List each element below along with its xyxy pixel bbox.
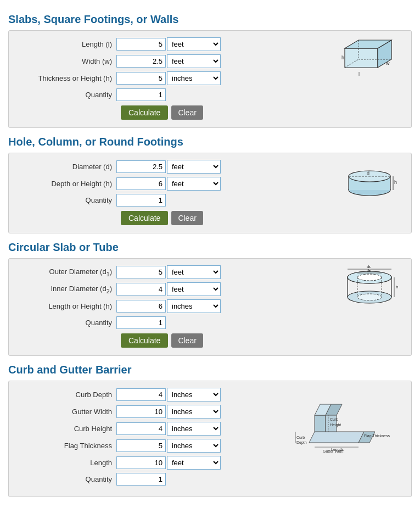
slabs-length-label: Length (l) — [18, 40, 116, 48]
hole-clear-button[interactable]: Clear — [171, 211, 203, 225]
curb-depth-input[interactable] — [116, 388, 166, 401]
circular-height-unit[interactable]: feetinchesyardscentimetersmeters — [167, 299, 221, 313]
hole-diameter-row: Diameter (d) feetinchesyardscentimetersm… — [18, 160, 331, 174]
svg-text:h: h — [341, 55, 344, 60]
svg-point-23 — [357, 274, 382, 281]
slabs-thickness-label: Thickness or Height (h) — [18, 74, 116, 82]
slabs-length-input[interactable] — [116, 38, 166, 51]
curb-depth-unit[interactable]: feetinchesyardscentimetersmeters — [167, 388, 221, 402]
curb-quantity-row: Quantity — [18, 473, 287, 486]
slabs-calculate-button[interactable]: Calculate — [121, 105, 168, 120]
slabs-quantity-row: Quantity — [18, 88, 331, 101]
slabs-quantity-label: Quantity — [18, 91, 116, 99]
curb-height-row: Curb Height feetinchesyardscentimetersme… — [18, 422, 287, 436]
circular-height-label: Length or Height (h) — [18, 302, 116, 310]
circular-diagram: d₂ d₁ h — [337, 265, 402, 315]
svg-text:Curb: Curb — [296, 436, 305, 439]
slabs-width-unit[interactable]: feetinchesyardscentimetersmeters — [167, 54, 221, 68]
circular-inner-row: Inner Diameter (d2) feetinchesyardscenti… — [18, 282, 331, 296]
circular-quantity-input[interactable] — [116, 316, 166, 329]
curb-height-unit[interactable]: feetinchesyardscentimetersmeters — [167, 422, 221, 436]
curb-depth-label: Curb Depth — [18, 391, 116, 399]
curb-depth-row: Curb Depth feetinchesyardscentimetersmet… — [18, 388, 287, 402]
hole-diameter-input[interactable] — [116, 160, 166, 173]
curb-title: Curb and Gutter Barrier — [8, 364, 412, 376]
hole-depth-row: Depth or Height (h) feetinchesyardscenti… — [18, 177, 331, 191]
circular-outer-unit[interactable]: feetinchesyardscentimetersmeters — [167, 265, 221, 279]
circular-inner-input[interactable] — [116, 283, 166, 295]
slabs-thickness-input[interactable] — [116, 72, 166, 85]
circular-calculate-button[interactable]: Calculate — [121, 333, 168, 348]
svg-text:l: l — [359, 71, 360, 77]
circular-form: Outer Diameter (d1) feetinchesyardscenti… — [18, 265, 331, 348]
hole-diagram: d h — [337, 160, 402, 198]
page-wrapper: Slabs, Square Footings, or Walls Length … — [0, 0, 420, 503]
svg-text:w: w — [385, 60, 390, 66]
hole-quantity-row: Quantity — [18, 194, 331, 207]
curb-height-label: Curb Height — [18, 425, 116, 433]
circular-height-row: Length or Height (h) feetinchesyardscent… — [18, 299, 331, 313]
circular-inner-unit[interactable]: feetinchesyardscentimetersmeters — [167, 282, 221, 296]
curb-quantity-label: Quantity — [18, 475, 116, 483]
slabs-buttons: Calculate Clear — [18, 105, 331, 120]
circular-outer-row: Outer Diameter (d1) feetinchesyardscenti… — [18, 265, 331, 279]
hole-quantity-label: Quantity — [18, 196, 116, 204]
slabs-width-row: Width (w) feetinchesyardscentimetersmete… — [18, 54, 331, 68]
slabs-thickness-unit[interactable]: feetinchesyardscentimetersmeters — [167, 71, 221, 85]
circular-calculator: Outer Diameter (d1) feetinchesyardscenti… — [8, 258, 412, 356]
hole-diameter-label: Diameter (d) — [18, 163, 116, 171]
curb-length-row: Length feetinchesyardscentimetersmeters — [18, 456, 287, 470]
slabs-length-unit[interactable]: feetinchesyardscentimetersmeters — [167, 37, 221, 51]
curb-length-input[interactable] — [116, 456, 166, 469]
hole-calculator: Diameter (d) feetinchesyardscentimetersm… — [8, 153, 412, 233]
curb-flag-input[interactable] — [116, 439, 166, 452]
circular-inner-label: Inner Diameter (d2) — [18, 285, 116, 294]
curb-flag-row: Flag Thickness feetinchesyardscentimeter… — [18, 439, 287, 453]
hole-quantity-input[interactable] — [116, 194, 166, 207]
svg-text:h: h — [394, 180, 397, 185]
slabs-clear-button[interactable]: Clear — [171, 105, 203, 120]
circular-clear-button[interactable]: Clear — [171, 333, 203, 348]
slabs-title: Slabs, Square Footings, or Walls — [8, 13, 412, 26]
svg-text:Depth: Depth — [296, 440, 307, 445]
circular-outer-input[interactable] — [116, 266, 166, 278]
svg-marker-34 — [315, 415, 326, 432]
curb-flag-unit[interactable]: feetinchesyardscentimetersmeters — [167, 439, 221, 453]
circular-quantity-row: Quantity — [18, 316, 331, 329]
hole-depth-input[interactable] — [116, 177, 166, 190]
slabs-calculator: Length (l) feetinchesyardscentimetersmet… — [8, 30, 412, 128]
circular-height-input[interactable] — [116, 300, 166, 313]
slabs-width-label: Width (w) — [18, 57, 116, 65]
curb-gutter-width-label: Gutter Width — [18, 408, 116, 416]
curb-gutter-width-unit[interactable]: feetinchesyardscentimetersmeters — [167, 405, 221, 419]
curb-gutter-width-row: Gutter Width feetinchesyardscentimetersm… — [18, 405, 287, 419]
curb-height-input[interactable] — [116, 422, 166, 435]
slabs-width-input[interactable] — [116, 55, 166, 68]
hole-depth-unit[interactable]: feetinchesyardscentimetersmeters — [167, 177, 221, 191]
hole-calculate-button[interactable]: Calculate — [121, 211, 168, 225]
svg-text:Curb: Curb — [330, 417, 338, 421]
slabs-quantity-input[interactable] — [116, 88, 166, 101]
curb-length-label: Length — [18, 459, 116, 467]
curb-quantity-input[interactable] — [116, 473, 166, 486]
circular-title: Circular Slab or Tube — [8, 241, 412, 254]
svg-text:d₁: d₁ — [367, 265, 371, 269]
svg-marker-33 — [309, 432, 364, 443]
slabs-form: Length (l) feetinchesyardscentimetersmet… — [18, 37, 331, 120]
circular-buttons: Calculate Clear — [18, 333, 331, 348]
svg-text:Length: Length — [331, 448, 343, 452]
curb-diagram: Curb Depth Gutter Width Curb Height Flag… — [293, 388, 402, 459]
slabs-length-row: Length (l) feetinchesyardscentimetersmet… — [18, 37, 331, 51]
curb-length-unit[interactable]: feetinchesyardscentimetersmeters — [167, 456, 221, 470]
svg-text:d: d — [367, 171, 369, 176]
hole-buttons: Calculate Clear — [18, 211, 331, 225]
svg-text:h: h — [396, 285, 398, 289]
curb-gutter-width-input[interactable] — [116, 405, 166, 418]
slabs-thickness-row: Thickness or Height (h) feetinchesyardsc… — [18, 71, 331, 85]
hole-diameter-unit[interactable]: feetinchesyardscentimetersmeters — [167, 160, 221, 174]
hole-depth-label: Depth or Height (h) — [18, 180, 116, 188]
svg-point-26 — [357, 294, 382, 300]
slabs-diagram: l w h — [337, 37, 402, 81]
curb-calculator: Curb Depth feetinchesyardscentimetersmet… — [8, 381, 412, 497]
circular-outer-label: Outer Diameter (d1) — [18, 267, 116, 277]
